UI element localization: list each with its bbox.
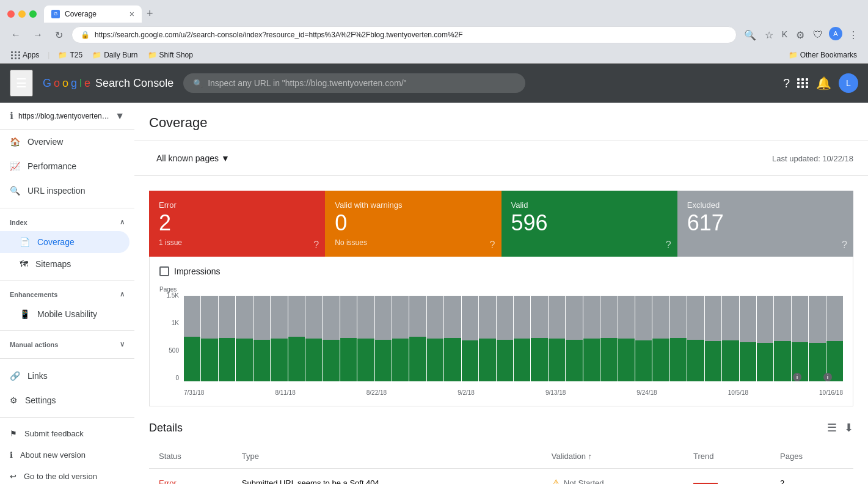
bar-valid <box>427 339 443 381</box>
lock-icon: 🔒 <box>81 31 90 39</box>
old-version-item[interactable]: ↩ Go to the old version <box>0 466 134 484</box>
bar-group-23 <box>583 292 600 381</box>
window-close-dot[interactable] <box>7 10 15 18</box>
bar-group-33 <box>757 292 773 381</box>
bar-excluded <box>826 296 843 341</box>
valid-card-number: 596 <box>511 210 668 236</box>
bar-valid <box>497 340 513 382</box>
apps-bookmark[interactable]: Apps <box>7 50 43 61</box>
window-maximize-dot[interactable] <box>29 10 37 18</box>
excluded-help-icon[interactable]: ? <box>842 240 847 251</box>
about-new-version-item[interactable]: ℹ About new version <box>0 444 134 466</box>
url-bar[interactable]: 🔒 https://search.google.com/u/2/search-c… <box>71 26 737 43</box>
profile-icon[interactable]: K <box>779 27 790 43</box>
sidebar-item-url-inspection[interactable]: 🔍 URL inspection <box>0 178 129 203</box>
table-row[interactable]: Error Submitted URL seems to be a Soft 4… <box>149 469 853 484</box>
all-known-pages-dropdown[interactable]: All known pages ▼ <box>149 148 237 168</box>
bar-excluded <box>253 296 270 339</box>
y-label-500: 500 <box>169 347 179 354</box>
type-col-header: Type <box>232 444 542 469</box>
info-icon: ℹ <box>10 110 13 122</box>
shift-shop-bookmark[interactable]: 📁 Shift Shop <box>144 50 197 61</box>
row1-validation: ⚠ Not Started <box>552 477 674 484</box>
help-icon[interactable]: ? <box>783 76 790 90</box>
bar-group-30 <box>705 292 721 381</box>
tab-close-button[interactable]: × <box>129 9 134 19</box>
valid-card[interactable]: Valid 596 ? <box>501 191 677 257</box>
enhancements-collapse-icon[interactable]: ∧ <box>120 290 125 298</box>
error-card[interactable]: Error 2 1 issue ? <box>149 191 325 257</box>
bell-icon[interactable]: 🔔 <box>816 76 831 90</box>
bar-excluded <box>549 296 565 339</box>
menu-button[interactable]: ⋮ <box>846 27 861 43</box>
hamburger-menu[interactable]: ☰ <box>10 70 33 97</box>
site-selector[interactable]: ℹ https://blog.twentyoverten.co... ▼ <box>0 103 134 130</box>
filter-button[interactable]: ☰ <box>827 421 837 435</box>
bar-excluded <box>305 296 322 339</box>
search-input[interactable] <box>208 78 516 88</box>
excluded-card-label: Excluded <box>687 200 844 210</box>
x-label-2: 8/22/18 <box>367 389 387 396</box>
manual-collapse-icon[interactable]: ∨ <box>120 340 125 348</box>
bar-excluded <box>809 296 825 343</box>
tab-title: Coverage <box>65 10 125 18</box>
bar-excluded <box>184 296 200 337</box>
submit-feedback-item[interactable]: ⚑ Submit feedback <box>0 423 134 444</box>
bar-excluded <box>583 296 600 339</box>
warning-help-icon[interactable]: ? <box>490 240 495 251</box>
refresh-button[interactable]: ↻ <box>51 27 67 43</box>
controls-bar: All known pages ▼ Last updated: 10/22/18 <box>134 141 868 176</box>
bar-excluded <box>392 296 409 339</box>
star-icon[interactable]: ☆ <box>762 27 776 43</box>
dropdown-arrow: ▼ <box>221 153 230 163</box>
bar-valid <box>670 338 687 381</box>
impressions-checkbox[interactable] <box>159 266 169 276</box>
sidebar-item-performance[interactable]: 📈 Performance <box>0 154 129 178</box>
bar-group-15 <box>444 292 461 381</box>
t25-bookmark[interactable]: 📁 T25 <box>54 50 86 61</box>
search-bar[interactable]: 🔍 <box>183 73 525 93</box>
new-tab-button[interactable]: + <box>142 5 158 23</box>
sidebar-item-sitemaps[interactable]: 🗺 Sitemaps <box>0 253 129 275</box>
bar-group-37 <box>826 292 843 381</box>
bar-group-3 <box>236 292 252 381</box>
sidebar-item-settings[interactable]: ⚙ Settings <box>0 388 129 413</box>
other-bookmarks[interactable]: 📁 Other Bookmarks <box>785 50 861 61</box>
extensions-icon[interactable]: ⚙ <box>793 27 807 43</box>
sidebar-item-links[interactable]: 🔗 Links <box>0 364 129 388</box>
enhancements-section: Enhancements ∧ <box>0 285 134 303</box>
bar-valid <box>444 338 461 381</box>
collapse-icon[interactable]: ∧ <box>120 218 125 226</box>
sidebar-item-overview[interactable]: 🏠 Overview <box>0 130 129 154</box>
browser-tab[interactable]: G Coverage × <box>44 6 142 23</box>
daily-burn-bookmark[interactable]: 📁 Daily Burn <box>89 50 141 61</box>
shield-icon[interactable]: 🛡 <box>811 27 825 43</box>
forward-button[interactable]: → <box>29 27 46 43</box>
chart-section: Impressions Pages 1.5K 1K 500 0 7/31/18 <box>149 257 853 406</box>
settings-icon: ⚙ <box>10 395 18 405</box>
bar-group-9 <box>340 292 357 381</box>
excluded-card[interactable]: Excluded 617 ? <box>677 191 853 257</box>
back-button[interactable]: ← <box>7 27 24 43</box>
search-icon-topbar: 🔍 <box>193 79 203 88</box>
window-minimize-dot[interactable] <box>18 10 26 18</box>
logo: Google Search Console <box>43 77 173 90</box>
user-avatar[interactable]: L <box>839 73 858 93</box>
bar-excluded <box>357 296 374 339</box>
go-to-old-version-label: Go to the old version <box>24 472 97 481</box>
bar-excluded <box>375 296 392 339</box>
valid-help-icon[interactable]: ? <box>666 240 671 251</box>
user-icon[interactable]: A <box>829 27 842 40</box>
trend-col-header: Trend <box>684 444 770 469</box>
warning-card[interactable]: Valid with warnings 0 No issues ? <box>325 191 501 257</box>
download-button[interactable]: ⬇ <box>844 421 853 435</box>
index-section: Index ∧ <box>0 213 134 231</box>
error-help-icon[interactable]: ? <box>313 240 319 251</box>
bar-group-21 <box>549 292 565 381</box>
sidebar-item-coverage[interactable]: 📄 Coverage <box>0 231 129 253</box>
search-icon[interactable]: 🔍 <box>742 27 759 43</box>
sidebar-item-mobile-usability[interactable]: 📱 Mobile Usability <box>0 303 129 325</box>
bar-excluded <box>792 296 808 342</box>
apps-icon[interactable] <box>797 78 809 88</box>
bar-group-12 <box>392 292 409 381</box>
